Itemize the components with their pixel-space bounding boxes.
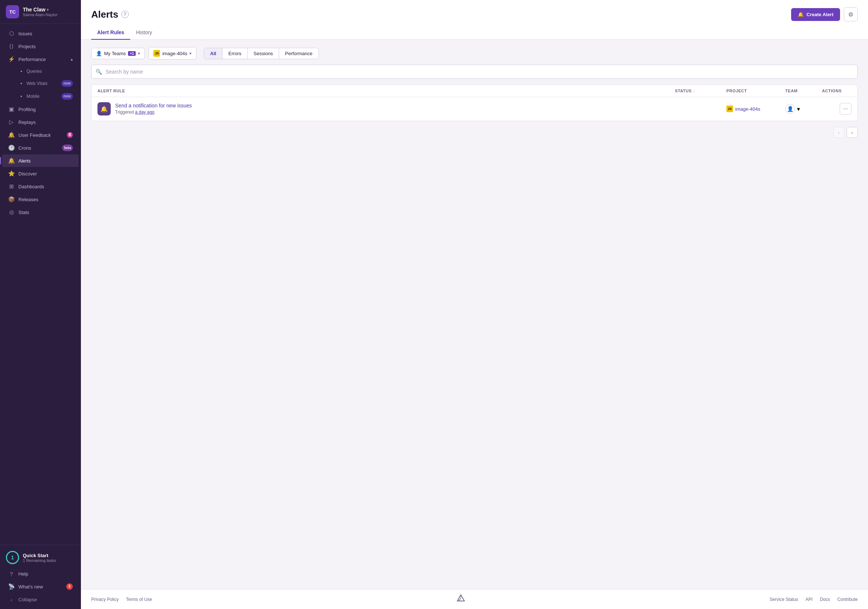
- sidebar-item-label: Queries: [26, 69, 73, 74]
- project-name: image-404s: [735, 106, 760, 112]
- sidebar-item-discover[interactable]: ⭐ Discover: [2, 167, 79, 180]
- alert-name-link[interactable]: Send a notification for new issues: [115, 102, 192, 108]
- chevron-up-icon: ▴: [71, 57, 73, 62]
- collapse-label: Collapse: [19, 597, 37, 602]
- quick-start-sub: 1 Remaining tasks: [23, 558, 56, 563]
- sidebar-item-label: What's new: [19, 584, 62, 589]
- new-badge: new: [61, 80, 73, 87]
- prev-page-button[interactable]: ‹: [834, 127, 845, 138]
- project-cell: JS image-404s: [726, 105, 785, 112]
- alert-rule-info: Send a notification for new issues Trigg…: [115, 102, 192, 115]
- table-row: 🔔 Send a notification for new issues Tri…: [91, 97, 857, 121]
- org-info: The Claw ▾ Salma Alam-Naylor: [23, 7, 57, 17]
- sidebar-item-dashboards[interactable]: ⊞ Dashboards: [2, 180, 79, 193]
- search-input[interactable]: [91, 65, 858, 79]
- alerts-icon: 🔔: [8, 157, 15, 164]
- chevron-down-icon: ▾: [47, 8, 48, 12]
- contribute-link[interactable]: Contribute: [837, 597, 858, 602]
- sidebar-item-label: User Feedback: [19, 132, 63, 138]
- filter-performance-button[interactable]: Performance: [279, 48, 318, 59]
- sidebar-item-profiling[interactable]: ▣ Profiling: [2, 103, 79, 115]
- filter-errors-button[interactable]: Errors: [223, 48, 248, 59]
- sidebar-item-web-vitals[interactable]: Web Vitals new: [15, 77, 79, 90]
- projects-icon: ⟨⟩: [8, 43, 15, 50]
- search-container: 🔍: [91, 65, 858, 79]
- sort-icon[interactable]: ↓: [693, 89, 696, 93]
- col-alert-rule: Alert Rule: [98, 88, 675, 93]
- sidebar-item-projects[interactable]: ⟨⟩ Projects: [2, 40, 79, 53]
- crons-icon: 🕐: [8, 144, 15, 151]
- collapse-button[interactable]: ‹ Collapse: [2, 593, 79, 606]
- team-filter-button[interactable]: 👤 My Teams +1 ▾: [91, 48, 145, 59]
- project-filter-label: image-404s: [162, 51, 187, 56]
- sidebar-item-whats-new[interactable]: 📡 What's new 5: [2, 580, 79, 593]
- sidebar-item-releases[interactable]: 📦 Releases: [2, 193, 79, 206]
- performance-subnav: Queries Web Vitals new Mobile new: [0, 66, 81, 102]
- profiling-icon: ▣: [8, 106, 15, 113]
- alert-rule-icon: 🔔: [98, 102, 111, 115]
- sidebar-item-replays[interactable]: ▷ Replays: [2, 116, 79, 129]
- chevron-down-icon: ▾: [138, 51, 140, 56]
- org-name[interactable]: The Claw ▾: [23, 7, 57, 12]
- col-project: Project: [726, 88, 785, 93]
- gear-icon: ⚙: [848, 11, 853, 18]
- privacy-link[interactable]: Privacy Policy: [91, 597, 119, 602]
- tab-alert-rules[interactable]: Alert Rules: [91, 26, 130, 40]
- feedback-icon: 🔔: [8, 132, 15, 138]
- quick-start-text: Quick Start 1 Remaining tasks: [23, 553, 56, 563]
- sidebar-item-label: Web Vitals: [26, 81, 58, 86]
- quick-start-circle: 1: [6, 551, 19, 564]
- service-status-link[interactable]: Service Status: [770, 597, 798, 602]
- filter-all-button[interactable]: All: [204, 48, 223, 59]
- table-header: Alert Rule Status ↓ Project Team Actions: [91, 85, 857, 97]
- js-badge: JS: [153, 50, 160, 57]
- terms-link[interactable]: Terms of Use: [126, 597, 152, 602]
- create-alert-button[interactable]: 🔔 Create Alert: [791, 8, 840, 21]
- trigger-time-link[interactable]: a day ago: [135, 110, 155, 115]
- docs-link[interactable]: Docs: [820, 597, 830, 602]
- api-link[interactable]: API: [806, 597, 812, 602]
- footer: Privacy Policy Terms of Use Service Stat…: [81, 589, 868, 609]
- footer-left: Privacy Policy Terms of Use: [91, 597, 152, 602]
- main-header: Alerts ? 🔔 Create Alert ⚙ Alert Rules Hi…: [81, 0, 868, 40]
- sidebar-item-performance[interactable]: ⚡ Performance ▴: [2, 53, 79, 65]
- b-badge: B: [67, 132, 73, 138]
- quick-start[interactable]: 1 Quick Start 1 Remaining tasks: [0, 548, 81, 567]
- sidebar-item-user-feedback[interactable]: 🔔 User Feedback B: [2, 129, 79, 141]
- dot-icon: [20, 83, 22, 84]
- tab-history[interactable]: History: [130, 26, 158, 40]
- team-chevron-icon[interactable]: ▾: [797, 105, 800, 113]
- col-team: Team: [785, 88, 822, 93]
- header-actions: 🔔 Create Alert ⚙: [791, 7, 858, 21]
- sidebar-item-label: Replays: [19, 119, 73, 125]
- project-filter-button[interactable]: JS image-404s ▾: [149, 47, 197, 60]
- sidebar-item-crons[interactable]: 🕐 Crons beta: [2, 142, 79, 154]
- sidebar-item-alerts[interactable]: 🔔 Alerts: [2, 155, 79, 167]
- sidebar-footer: 1 Quick Start 1 Remaining tasks ? Help 📡…: [0, 545, 81, 609]
- help-icon: ?: [8, 570, 15, 577]
- alert-table: Alert Rule Status ↓ Project Team Actions…: [91, 85, 858, 121]
- sidebar-item-queries[interactable]: Queries: [15, 66, 79, 77]
- dashboards-icon: ⊞: [8, 183, 15, 190]
- sidebar-item-stats[interactable]: ◎ Stats: [2, 206, 79, 218]
- sidebar-header[interactable]: TC The Claw ▾ Salma Alam-Naylor: [0, 0, 81, 24]
- filter-sessions-button[interactable]: Sessions: [248, 48, 279, 59]
- quick-start-title: Quick Start: [23, 553, 56, 558]
- sidebar-item-mobile[interactable]: Mobile new: [15, 90, 79, 102]
- team-filter-label: My Teams: [104, 51, 126, 56]
- collapse-icon: ‹: [8, 596, 15, 603]
- sidebar-item-help[interactable]: ? Help: [2, 567, 79, 580]
- settings-button[interactable]: ⚙: [844, 7, 858, 21]
- content-area: 👤 My Teams +1 ▾ JS image-404s ▾ All Erro…: [81, 40, 868, 589]
- type-filters: All Errors Sessions Performance: [204, 48, 319, 59]
- page-help-icon[interactable]: ?: [121, 11, 129, 18]
- dot-icon: [20, 71, 22, 72]
- sidebar-item-issues[interactable]: ⬡ Issues: [2, 27, 79, 40]
- col-actions: Actions: [822, 88, 851, 93]
- more-actions-button[interactable]: ···: [840, 103, 851, 115]
- dot-icon: [20, 96, 22, 97]
- pagination: ‹ ›: [91, 127, 858, 138]
- team-filter-badge: +1: [128, 51, 136, 56]
- team-avatar: 👤: [785, 104, 795, 114]
- next-page-button[interactable]: ›: [847, 127, 858, 138]
